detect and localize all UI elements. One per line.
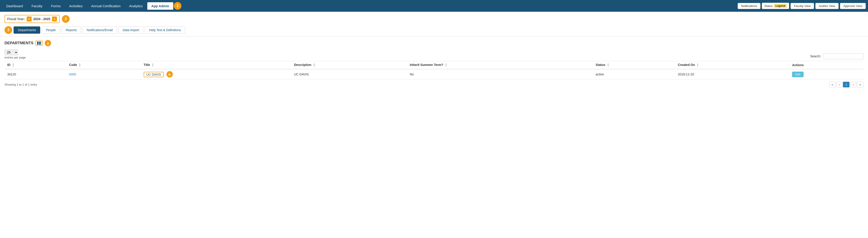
tab-people[interactable]: People (41, 26, 60, 34)
search-wrap: Search: (810, 53, 864, 59)
svg-rect-0 (37, 41, 38, 45)
fiscal-year-bar: Fiscal Year: < 2024 - 2025 > 2 (0, 12, 868, 26)
departments-section-title: DEPARTMENTS (4, 41, 33, 45)
status-label: Status (764, 4, 773, 8)
col-title[interactable]: Title ▲▼ (141, 61, 291, 69)
section-title-row: DEPARTMENTS a (4, 40, 864, 46)
page-first[interactable]: « (829, 82, 836, 88)
col-created-on[interactable]: Created On ▲▼ (675, 61, 789, 69)
tab-reports[interactable]: Reports (61, 26, 81, 34)
nav-annual-certification[interactable]: Annual Certification (87, 2, 124, 10)
svg-rect-2 (40, 41, 41, 45)
svg-rect-1 (39, 41, 40, 45)
sort-code: ▲▼ (79, 63, 81, 67)
title-value: UC DAVIS (144, 72, 164, 77)
edit-button[interactable]: Edit (792, 72, 803, 77)
tab-data-import[interactable]: Data Import (118, 26, 144, 34)
sort-id: ▲▼ (12, 63, 14, 67)
nav-activities[interactable]: Activities (65, 2, 87, 10)
table-footer: Showing 1 to 1 of 1 entry « ‹ 1 › » (4, 82, 864, 88)
cell-id: 34120 (4, 69, 66, 79)
fiscal-label: Fiscal Year: (7, 17, 25, 21)
col-description[interactable]: Description ▲▼ (291, 61, 407, 69)
table-controls: 10 25 50 100 entries per page Search: (4, 49, 864, 59)
cell-code: 0000 (66, 69, 141, 79)
nav-items: Dashboard Faculty Forms Activities Annua… (2, 2, 738, 10)
col-id[interactable]: ID ▲▼ (4, 61, 66, 69)
auditor-view-button[interactable]: Auditor View (815, 3, 839, 9)
tab-departments[interactable]: Departments (13, 26, 40, 34)
cell-actions: Edit (789, 69, 864, 79)
tab-help-text[interactable]: Help Text & Definitions (145, 26, 185, 34)
status-legend-button[interactable]: Status Legend (762, 3, 789, 9)
fiscal-prev-button[interactable]: < (27, 16, 32, 22)
fiscal-year-value: 2024 - 2025 (33, 17, 51, 21)
col-status[interactable]: Status ▲▼ (593, 61, 675, 69)
nav-app-admin[interactable]: App Admin (147, 2, 173, 10)
fiscal-year-selector: Fiscal Year: < 2024 - 2025 > (4, 15, 60, 23)
code-link[interactable]: 0000 (69, 72, 76, 76)
page-prev[interactable]: ‹ (836, 82, 842, 88)
departments-table: ID ▲▼ Code ▲▼ Title ▲▼ Description ▲▼ In… (4, 61, 864, 79)
entries-per-page-select[interactable]: 10 25 50 100 (4, 49, 18, 55)
fiscal-next-button[interactable]: > (52, 16, 57, 22)
sort-inherit: ▲▼ (445, 63, 447, 67)
tab-notifications-email[interactable]: Notifications/Email (83, 26, 117, 34)
tabs-bar: 3 Departments People Reports Notificatio… (0, 26, 868, 36)
search-label: Search: (810, 55, 821, 58)
nav-forms[interactable]: Forms (47, 2, 65, 10)
col-actions: Actions (789, 61, 864, 69)
sort-status: ▲▼ (607, 63, 609, 67)
top-navigation: Dashboard Faculty Forms Activities Annua… (0, 0, 868, 12)
main-content: DEPARTMENTS a 10 25 50 100 entries per p… (0, 36, 868, 91)
annotation-1: 1 (174, 2, 181, 10)
annotation-a: a (45, 40, 51, 46)
annotation-2: 2 (62, 15, 70, 23)
table-header-row: ID ▲▼ Code ▲▼ Title ▲▼ Description ▲▼ In… (4, 61, 864, 69)
page-1[interactable]: 1 (843, 82, 849, 88)
cell-inherit-summer: No (407, 69, 593, 79)
section-icon-button[interactable] (35, 41, 43, 45)
pagination: « ‹ 1 › » (829, 82, 864, 88)
sort-description: ▲▼ (313, 63, 315, 67)
table-row: 34120 0000 UC DAVIS b UC DAVIS No active… (4, 69, 864, 79)
cell-title: UC DAVIS b (141, 69, 291, 79)
search-input[interactable] (823, 53, 864, 59)
legend-badge: Legend (774, 4, 787, 8)
cell-status: active (593, 69, 675, 79)
nav-right-buttons: Notifications Status Legend Faculty View… (738, 3, 866, 9)
annotation-b: b (166, 71, 173, 77)
nav-faculty[interactable]: Faculty (27, 2, 46, 10)
page-next[interactable]: › (850, 82, 856, 88)
nav-analytics[interactable]: Analytics (125, 2, 147, 10)
nav-dashboard[interactable]: Dashboard (2, 2, 27, 10)
notifications-button[interactable]: Notifications (738, 3, 761, 9)
page-last[interactable]: » (857, 82, 864, 88)
cell-created-on: 2018-11-20 (675, 69, 789, 79)
col-code[interactable]: Code ▲▼ (66, 61, 141, 69)
entries-per-page-wrap: 10 25 50 100 entries per page (4, 49, 26, 59)
cell-description: UC DAVIS (291, 69, 407, 79)
col-inherit-summer[interactable]: Inherit Summer Term? ▲▼ (407, 61, 593, 69)
faculty-view-button[interactable]: Faculty View (790, 3, 814, 9)
columns-icon (37, 41, 41, 45)
annotation-3: 3 (4, 26, 12, 34)
sort-title: ▲▼ (152, 63, 154, 67)
sort-created: ▲▼ (697, 63, 699, 67)
showing-text: Showing 1 to 1 of 1 entry (4, 83, 37, 86)
approver-view-button[interactable]: Approver View (840, 3, 866, 9)
entries-per-page-label: entries per page (4, 56, 26, 59)
